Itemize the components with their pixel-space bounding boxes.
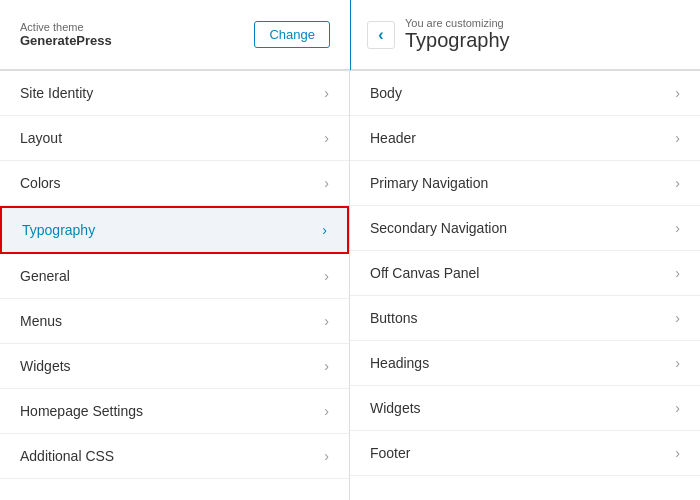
typography-item-label: Body xyxy=(370,85,402,101)
sidebar-item-colors[interactable]: Colors › xyxy=(0,161,349,206)
typography-item-secondary-navigation[interactable]: Secondary Navigation › xyxy=(350,206,700,251)
typography-item-footer[interactable]: Footer › xyxy=(350,431,700,476)
chevron-right-icon: › xyxy=(675,445,680,461)
chevron-right-icon: › xyxy=(324,313,329,329)
sidebar-item-additional-css[interactable]: Additional CSS › xyxy=(0,434,349,479)
back-chevron-icon: ‹ xyxy=(378,26,383,44)
typography-item-primary-navigation[interactable]: Primary Navigation › xyxy=(350,161,700,206)
sidebar-item-label: Additional CSS xyxy=(20,448,114,464)
typography-item-headings[interactable]: Headings › xyxy=(350,341,700,386)
sidebar-item-general[interactable]: General › xyxy=(0,254,349,299)
chevron-right-icon: › xyxy=(675,175,680,191)
chevron-right-icon: › xyxy=(324,85,329,101)
typography-item-widgets[interactable]: Widgets › xyxy=(350,386,700,431)
sidebar-item-menus[interactable]: Menus › xyxy=(0,299,349,344)
chevron-right-icon: › xyxy=(322,222,327,238)
active-theme-info: Active theme GeneratePress xyxy=(20,21,112,48)
left-panel-header: Active theme GeneratePress Change xyxy=(0,21,350,48)
customizing-info: You are customizing Typography xyxy=(405,17,510,52)
sidebar-item-widgets[interactable]: Widgets › xyxy=(0,344,349,389)
sidebar-item-label: Widgets xyxy=(20,358,71,374)
chevron-right-icon: › xyxy=(324,403,329,419)
typography-item-label: Headings xyxy=(370,355,429,371)
sidebar-item-label: Homepage Settings xyxy=(20,403,143,419)
chevron-right-icon: › xyxy=(324,448,329,464)
chevron-right-icon: › xyxy=(675,310,680,326)
customizing-label: You are customizing xyxy=(405,17,510,29)
sidebar-item-typography[interactable]: Typography › xyxy=(0,206,349,254)
chevron-right-icon: › xyxy=(324,175,329,191)
active-theme-name: GeneratePress xyxy=(20,33,112,48)
chevron-right-icon: › xyxy=(324,268,329,284)
sidebar-item-site-identity[interactable]: Site Identity › xyxy=(0,71,349,116)
main-content: Site Identity › Layout › Colors › Typogr… xyxy=(0,70,700,500)
typography-item-label: Widgets xyxy=(370,400,421,416)
back-button[interactable]: ‹ xyxy=(367,21,395,49)
typography-item-label: Header xyxy=(370,130,416,146)
typography-item-buttons[interactable]: Buttons › xyxy=(350,296,700,341)
typography-item-label: Buttons xyxy=(370,310,417,326)
sidebar-item-layout[interactable]: Layout › xyxy=(0,116,349,161)
typography-item-body[interactable]: Body › xyxy=(350,71,700,116)
typography-item-label: Footer xyxy=(370,445,410,461)
chevron-right-icon: › xyxy=(675,355,680,371)
chevron-right-icon: › xyxy=(324,130,329,146)
left-panel: Site Identity › Layout › Colors › Typogr… xyxy=(0,71,350,500)
active-theme-label: Active theme xyxy=(20,21,112,33)
customizing-title: Typography xyxy=(405,29,510,52)
right-panel-header: ‹ You are customizing Typography xyxy=(351,17,700,52)
change-button[interactable]: Change xyxy=(254,21,330,48)
sidebar-item-label: General xyxy=(20,268,70,284)
right-panel: Body › Header › Primary Navigation › Sec… xyxy=(350,71,700,500)
typography-item-off-canvas-panel[interactable]: Off Canvas Panel › xyxy=(350,251,700,296)
sidebar-item-label: Site Identity xyxy=(20,85,93,101)
sidebar-item-label: Typography xyxy=(22,222,95,238)
chevron-right-icon: › xyxy=(675,400,680,416)
typography-item-label: Off Canvas Panel xyxy=(370,265,479,281)
typography-item-label: Primary Navigation xyxy=(370,175,488,191)
typography-item-header[interactable]: Header › xyxy=(350,116,700,161)
sidebar-item-homepage-settings[interactable]: Homepage Settings › xyxy=(0,389,349,434)
typography-item-label: Secondary Navigation xyxy=(370,220,507,236)
sidebar-item-label: Menus xyxy=(20,313,62,329)
chevron-right-icon: › xyxy=(675,265,680,281)
sidebar-item-label: Layout xyxy=(20,130,62,146)
chevron-right-icon: › xyxy=(675,85,680,101)
chevron-right-icon: › xyxy=(675,130,680,146)
sidebar-item-label: Colors xyxy=(20,175,60,191)
chevron-right-icon: › xyxy=(675,220,680,236)
chevron-right-icon: › xyxy=(324,358,329,374)
